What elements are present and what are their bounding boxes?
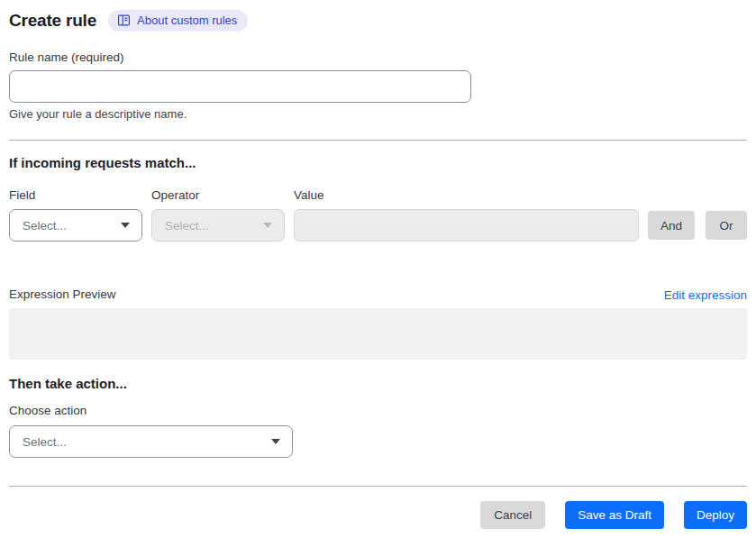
cancel-button[interactable]: Cancel: [480, 501, 545, 529]
chevron-down-icon: [263, 223, 272, 228]
value-input[interactable]: [294, 209, 639, 242]
operator-select-placeholder: Select...: [165, 219, 209, 233]
page-title: Create rule: [9, 11, 96, 31]
choose-action-label: Choose action: [9, 404, 747, 418]
operator-select[interactable]: Select...: [151, 209, 285, 242]
edit-expression-link[interactable]: Edit expression: [664, 288, 747, 302]
expression-preview-header: Expression Preview Edit expression: [9, 287, 747, 302]
field-select[interactable]: Select...: [9, 209, 142, 242]
chevron-down-icon: [121, 223, 130, 228]
and-button[interactable]: And: [648, 211, 695, 240]
expression-preview-box: [9, 308, 747, 360]
operator-label: Operator: [151, 188, 285, 203]
field-label: Field: [9, 188, 142, 203]
match-controls-row: Select... Select... And Or: [9, 209, 747, 242]
footer-divider: [9, 486, 747, 487]
chevron-down-icon: [271, 439, 280, 444]
field-select-placeholder: Select...: [23, 219, 67, 233]
choose-action-select[interactable]: Select...: [9, 425, 293, 458]
action-section-heading: Then take action...: [9, 376, 747, 392]
rule-name-section: Rule name (required) Give your rule a de…: [9, 50, 747, 122]
rule-name-label: Rule name (required): [9, 50, 747, 65]
rule-name-input[interactable]: [9, 70, 471, 103]
match-labels-row: Field Operator Value: [9, 188, 747, 203]
about-custom-rules-label: About custom rules: [137, 14, 237, 27]
about-custom-rules-link[interactable]: About custom rules: [108, 10, 248, 32]
section-divider: [9, 140, 747, 141]
choose-action-placeholder: Select...: [23, 435, 67, 449]
page-header: Create rule About custom rules: [9, 9, 747, 32]
save-as-draft-button[interactable]: Save as Draft: [565, 501, 664, 529]
book-icon: [117, 14, 131, 27]
rule-name-helper-text: Give your rule a descriptive name.: [9, 107, 747, 122]
match-section-heading: If incoming requests match...: [9, 155, 747, 171]
footer-actions: Cancel Save as Draft Deploy: [9, 501, 747, 529]
deploy-button[interactable]: Deploy: [684, 501, 747, 529]
expression-preview-label: Expression Preview: [9, 287, 116, 302]
create-rule-page: Create rule About custom rules Rule name…: [0, 0, 756, 529]
value-label: Value: [294, 188, 747, 203]
or-button[interactable]: Or: [706, 211, 747, 240]
